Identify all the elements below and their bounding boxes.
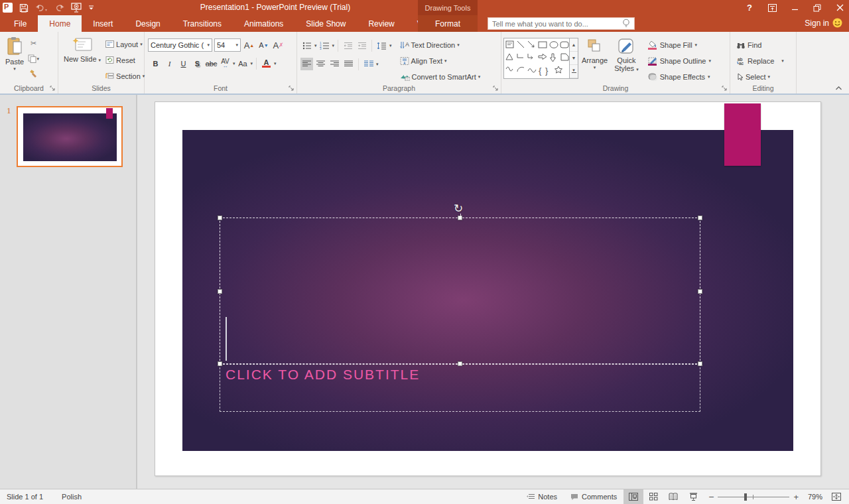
justify-button[interactable] bbox=[342, 58, 355, 70]
comments-toggle[interactable]: Comments bbox=[564, 489, 623, 504]
title-placeholder[interactable]: ↻ bbox=[220, 218, 700, 364]
slide-counter[interactable]: Slide 1 of 1 bbox=[7, 493, 43, 501]
restore-button[interactable] bbox=[812, 3, 822, 13]
drawing-dialog-launcher[interactable] bbox=[722, 86, 728, 92]
notes-toggle[interactable]: Notes bbox=[520, 489, 564, 504]
slide-show-view-button[interactable] bbox=[683, 489, 703, 504]
character-spacing-dropdown[interactable]: ▾ bbox=[233, 62, 235, 66]
columns-dropdown[interactable]: ▾ bbox=[376, 62, 379, 66]
font-color-dropdown[interactable]: ▾ bbox=[274, 62, 277, 66]
convert-to-smartart-button[interactable]: Convert to SmartArt▾ bbox=[399, 70, 482, 83]
decrease-font-size-button[interactable]: A▼ bbox=[257, 39, 270, 52]
reset-button[interactable]: Reset bbox=[104, 54, 146, 66]
align-right-button[interactable] bbox=[328, 58, 341, 70]
rotation-handle-icon[interactable]: ↻ bbox=[454, 203, 463, 214]
resize-handle-top-right[interactable] bbox=[698, 216, 702, 220]
zoom-out-button[interactable]: − bbox=[708, 491, 714, 502]
bullets-button[interactable] bbox=[300, 39, 313, 52]
reading-view-button[interactable] bbox=[663, 489, 683, 504]
sign-in[interactable]: Sign in bbox=[805, 18, 842, 28]
subtitle-placeholder[interactable]: CLICK TO ADD SUBTITLE bbox=[220, 364, 700, 412]
font-name-combobox[interactable]: Century Gothic ( ▾ bbox=[148, 38, 212, 52]
find-button[interactable]: Find bbox=[735, 39, 785, 52]
strikethrough-button[interactable]: abc bbox=[205, 57, 218, 70]
text-shadow-button[interactable]: S bbox=[191, 57, 204, 70]
shape-outline-button[interactable]: Shape Outline▾ bbox=[646, 55, 713, 68]
tab-home[interactable]: Home bbox=[38, 15, 82, 32]
save-icon[interactable] bbox=[19, 3, 29, 13]
resize-handle-middle-left[interactable] bbox=[218, 289, 222, 294]
undo-button[interactable] bbox=[35, 3, 48, 12]
shapes-gallery[interactable]: { } bbox=[503, 38, 570, 79]
change-case-dropdown[interactable]: ▾ bbox=[251, 62, 253, 66]
font-size-combobox[interactable]: 54 ▾ bbox=[214, 38, 241, 52]
bullets-dropdown[interactable]: ▾ bbox=[314, 44, 317, 48]
zoom-slider-thumb[interactable] bbox=[744, 493, 747, 501]
language-indicator[interactable]: Polish bbox=[62, 493, 82, 501]
section-button[interactable]: Section▾ bbox=[104, 70, 146, 82]
increase-font-size-button[interactable]: A▲ bbox=[243, 39, 255, 52]
select-button[interactable]: Select▾ bbox=[735, 70, 785, 83]
powerpoint-logo-icon[interactable]: P bbox=[3, 3, 13, 13]
format-painter-icon[interactable] bbox=[27, 68, 40, 80]
font-dialog-launcher[interactable] bbox=[289, 86, 295, 92]
layout-button[interactable]: Layout▾ bbox=[104, 38, 146, 50]
zoom-slider[interactable] bbox=[718, 493, 789, 501]
redo-button[interactable] bbox=[55, 3, 64, 12]
paste-dropdown[interactable]: ▾ bbox=[13, 67, 16, 71]
cut-icon[interactable]: ✂ bbox=[27, 37, 40, 50]
tab-file[interactable]: File bbox=[3, 15, 38, 32]
shapes-scroll-down-icon[interactable]: ▼ bbox=[570, 52, 578, 65]
tab-format[interactable]: Format bbox=[424, 15, 472, 32]
replace-button[interactable]: abac Replace ▾ bbox=[735, 55, 785, 68]
tell-me-box[interactable] bbox=[488, 17, 635, 30]
underline-button[interactable]: U bbox=[177, 57, 190, 70]
tab-insert[interactable]: Insert bbox=[82, 15, 124, 32]
copy-icon[interactable]: ▾ bbox=[27, 52, 40, 65]
clipboard-dialog-launcher[interactable] bbox=[50, 86, 56, 92]
collapse-ribbon-icon[interactable] bbox=[835, 86, 842, 91]
tab-transitions[interactable]: Transitions bbox=[172, 15, 233, 32]
decrease-indent-button[interactable] bbox=[342, 39, 354, 52]
align-left-button[interactable] bbox=[300, 58, 313, 70]
start-from-beginning-icon[interactable] bbox=[71, 3, 82, 13]
text-direction-button[interactable]: A Text Direction▾ bbox=[399, 39, 482, 52]
tab-review[interactable]: Review bbox=[357, 15, 405, 32]
new-slide-button[interactable]: New Slide ▾ bbox=[60, 34, 104, 83]
paragraph-dialog-launcher[interactable] bbox=[493, 86, 499, 92]
fit-slide-to-window-button[interactable] bbox=[826, 489, 846, 504]
columns-button[interactable] bbox=[362, 58, 375, 70]
italic-button[interactable]: I bbox=[163, 57, 176, 70]
character-spacing-button[interactable]: AV ↔ bbox=[219, 57, 231, 70]
slide-thumbnail[interactable] bbox=[17, 106, 123, 167]
resize-handle-middle-right[interactable] bbox=[698, 289, 702, 294]
numbering-button[interactable]: 123 bbox=[318, 39, 331, 52]
numbering-dropdown[interactable]: ▾ bbox=[332, 44, 335, 48]
font-color-button[interactable]: A bbox=[260, 57, 273, 70]
tab-slide-show[interactable]: Slide Show bbox=[294, 15, 357, 32]
help-button[interactable]: ? bbox=[744, 3, 755, 13]
align-center-button[interactable] bbox=[314, 58, 327, 70]
ribbon-display-options-icon[interactable] bbox=[767, 3, 777, 13]
arrange-button[interactable]: Arrange ▾ bbox=[578, 34, 611, 83]
quick-styles-button[interactable]: QuickStyles ▾ bbox=[611, 34, 642, 83]
align-text-button[interactable]: Align Text▾ bbox=[399, 55, 482, 68]
normal-view-button[interactable] bbox=[623, 489, 643, 504]
paste-button[interactable]: Paste ▾ bbox=[2, 34, 27, 83]
line-spacing-button[interactable] bbox=[375, 39, 388, 52]
tell-me-input[interactable] bbox=[492, 20, 618, 28]
close-button[interactable] bbox=[834, 3, 845, 13]
tab-design[interactable]: Design bbox=[124, 15, 171, 32]
customize-qat-icon[interactable] bbox=[88, 5, 94, 11]
zoom-in-button[interactable]: + bbox=[793, 492, 799, 502]
shapes-scroll-up-icon[interactable]: ▲ bbox=[570, 38, 578, 52]
shapes-gallery-scrollbar[interactable]: ▲ ▼ ▼ bbox=[570, 38, 578, 79]
slide-sorter-view-button[interactable] bbox=[643, 489, 663, 504]
slide-canvas[interactable]: ↻ CLICK TO ADD SUBTITLE bbox=[155, 101, 821, 476]
minimize-button[interactable] bbox=[789, 3, 800, 13]
change-case-button[interactable]: Aa bbox=[237, 57, 249, 70]
clear-formatting-button[interactable]: A✗ bbox=[272, 39, 285, 52]
resize-handle-top-left[interactable] bbox=[218, 216, 222, 220]
zoom-percentage[interactable]: 79% bbox=[804, 493, 826, 501]
shape-effects-button[interactable]: Shape Effects▾ bbox=[646, 70, 713, 83]
